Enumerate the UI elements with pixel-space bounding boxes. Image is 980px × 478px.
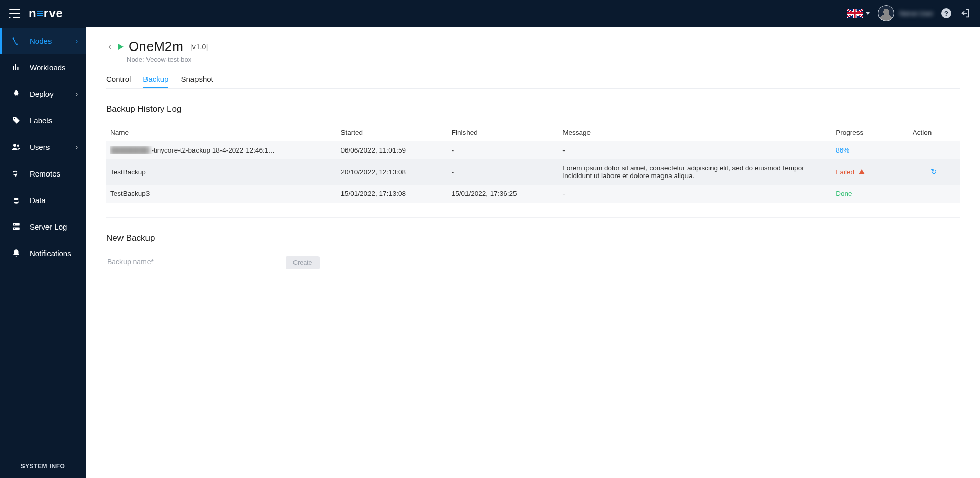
backup-history-table: Name Started Finished Message Progress A… (106, 123, 960, 203)
table-row[interactable]: ████████-tinycore-t2-backup 18-4-2022 12… (106, 141, 960, 159)
tab-snapshot[interactable]: Snapshot (181, 74, 213, 88)
sidebar-item-label: Notifications (30, 249, 71, 258)
finished-cell: - (448, 141, 558, 159)
nav-list: Nodes›WorkloadsDeploy›LabelsUsers›Remote… (0, 27, 86, 266)
sidebar-item-label: Users (30, 143, 50, 152)
chevron-right-icon: › (76, 90, 78, 98)
main-content: ‹ OneM2m [v1.0] Node: Vecow-test-box Con… (86, 27, 980, 478)
progress-failed: Failed (836, 168, 904, 176)
svg-point-11 (14, 228, 15, 229)
table-header-row: Name Started Finished Message Progress A… (106, 123, 960, 141)
new-backup-title: New Backup (106, 233, 960, 243)
backup-history-title: Backup History Log (106, 104, 960, 114)
warning-icon (859, 169, 865, 174)
avatar (878, 5, 894, 21)
message-cell: Lorem ipsum dolor sit amet, consectetur … (558, 159, 831, 185)
svg-point-10 (14, 224, 15, 225)
node-subtitle: Node: Vecow-test-box (127, 56, 960, 63)
backup-name: ████████-tinycore-t2-backup 18-4-2022 12… (110, 146, 332, 154)
server-log-icon (11, 222, 21, 231)
sidebar-item-notifications[interactable]: Notifications (0, 240, 86, 266)
svg-rect-2 (13, 66, 14, 70)
workloads-icon (11, 63, 21, 72)
progress-text: 86% (836, 146, 849, 154)
logout-button[interactable] (960, 8, 971, 19)
tab-backup[interactable]: Backup (143, 74, 168, 88)
create-backup-button[interactable]: Create (286, 256, 320, 269)
sidebar-item-deploy[interactable]: Deploy› (0, 81, 86, 107)
sidebar-item-label: Workloads (30, 63, 66, 72)
sidebar-item-nodes[interactable]: Nodes› (0, 28, 86, 54)
message-cell: - (558, 141, 831, 159)
tabs: Control Backup Snapshot (106, 74, 960, 89)
language-selector[interactable] (847, 9, 870, 18)
sidebar-item-users[interactable]: Users› (0, 134, 86, 160)
topbar: n≡rve Nerve User ? (0, 0, 980, 27)
notifications-icon (11, 248, 21, 258)
menu-toggle-button[interactable] (9, 9, 20, 18)
backup-name-input[interactable] (106, 255, 275, 269)
chevron-right-icon: › (76, 37, 78, 45)
sidebar-item-label: Labels (30, 116, 52, 125)
col-message: Message (558, 123, 831, 141)
table-row[interactable]: TestBackup20/10/2022, 12:13:08-Lorem ips… (106, 159, 960, 185)
svg-point-5 (14, 118, 15, 119)
sidebar-item-label: Deploy (30, 90, 54, 98)
brand-part1: n (29, 6, 36, 20)
svg-rect-3 (15, 64, 16, 70)
col-started: Started (336, 123, 447, 141)
started-cell: 15/01/2022, 17:13:08 (336, 185, 447, 203)
sidebar-item-server-log[interactable]: Server Log (0, 213, 86, 240)
username: Nerve User (899, 10, 933, 17)
progress-text: Done (836, 190, 852, 197)
brand-logo: n≡rve (29, 6, 63, 20)
flag-uk-icon (847, 9, 863, 18)
sidebar-item-workloads[interactable]: Workloads (0, 54, 86, 81)
deploy-icon (11, 89, 21, 98)
help-icon[interactable]: ? (941, 8, 951, 18)
svg-point-1 (16, 43, 18, 45)
running-status-icon (118, 44, 124, 50)
sidebar-item-labels[interactable]: Labels (0, 107, 86, 134)
sidebar-item-label: Data (30, 196, 46, 205)
section-divider (106, 217, 960, 218)
backup-name: TestBackup3 (110, 190, 332, 197)
page-title: OneM2m (129, 39, 183, 55)
col-name: Name (106, 123, 336, 141)
user-menu[interactable]: Nerve User (878, 5, 933, 21)
sidebar-item-data[interactable]: Data (0, 187, 86, 213)
started-cell: 20/10/2022, 12:13:08 (336, 159, 447, 185)
message-cell: - (558, 185, 831, 203)
brand-accent: ≡ (36, 6, 44, 20)
backup-name: TestBackup (110, 168, 332, 176)
sidebar-item-remotes[interactable]: Remotes (0, 160, 86, 187)
retry-button[interactable]: ↻ (930, 167, 937, 177)
users-icon (11, 142, 21, 152)
svg-rect-9 (13, 228, 20, 230)
sidebar: Nodes›WorkloadsDeploy›LabelsUsers›Remote… (0, 27, 86, 478)
svg-rect-8 (13, 223, 20, 226)
tab-control[interactable]: Control (106, 74, 131, 88)
finished-cell: - (448, 159, 558, 185)
version-label: [v1.0] (190, 43, 208, 51)
labels-icon (11, 116, 21, 125)
svg-point-7 (17, 145, 20, 147)
table-row[interactable]: TestBackup315/01/2022, 17:13:0815/01/202… (106, 185, 960, 203)
svg-point-0 (13, 37, 14, 39)
nodes-icon (11, 36, 21, 45)
data-icon (11, 195, 21, 205)
back-button[interactable]: ‹ (106, 40, 113, 53)
system-info-link[interactable]: SYSTEM INFO (0, 455, 86, 478)
started-cell: 06/06/2022, 11:01:59 (336, 141, 447, 159)
col-finished: Finished (448, 123, 558, 141)
sidebar-item-label: Server Log (30, 222, 67, 231)
chevron-down-icon (866, 12, 870, 15)
finished-cell: 15/01/2022, 17:36:25 (448, 185, 558, 203)
svg-rect-4 (17, 67, 18, 70)
col-action: Action (909, 123, 960, 141)
sidebar-item-label: Nodes (30, 37, 52, 45)
sidebar-item-label: Remotes (30, 169, 60, 178)
brand-part2: rve (44, 6, 63, 20)
col-progress: Progress (831, 123, 908, 141)
remotes-icon (11, 169, 21, 178)
